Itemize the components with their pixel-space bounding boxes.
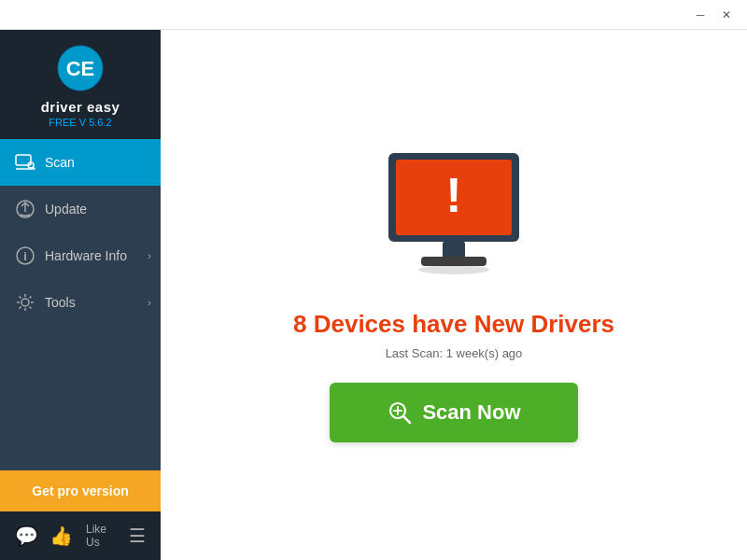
minimize-button[interactable]: ─: [687, 5, 713, 25]
monitor-graphic: !: [379, 148, 529, 287]
like-us-label: Like Us: [86, 523, 118, 549]
sidebar-item-tools-label: Tools: [45, 295, 76, 310]
content-area: ! 8 Devices have New Drivers Last Scan: …: [161, 30, 747, 560]
svg-rect-13: [443, 242, 465, 259]
monitor-svg: !: [379, 148, 529, 284]
alert-heading: 8 Devices have New Drivers: [293, 310, 614, 339]
sidebar-item-update-label: Update: [45, 202, 87, 217]
app-version: FREE V 5.6.2: [49, 117, 111, 128]
sidebar-item-scan-label: Scan: [45, 155, 75, 170]
sidebar-item-tools[interactable]: Tools ›: [0, 279, 161, 326]
scan-now-label: Scan Now: [422, 400, 520, 425]
sidebar-item-hardware-info[interactable]: i Hardware Info ›: [0, 232, 161, 279]
hardware-info-icon: i: [15, 245, 35, 266]
svg-text:CE: CE: [66, 57, 95, 80]
list-icon[interactable]: ☰: [129, 525, 146, 547]
tools-icon: [15, 292, 35, 313]
title-bar: ─ ✕: [0, 0, 747, 30]
scan-now-icon: [387, 399, 413, 426]
scan-icon: [15, 152, 35, 173]
sidebar-item-hardware-info-label: Hardware Info: [45, 248, 127, 263]
like-icon[interactable]: 👍: [49, 525, 73, 547]
hardware-info-chevron-icon: ›: [148, 250, 151, 261]
tools-chevron-icon: ›: [148, 297, 151, 308]
close-button[interactable]: ✕: [713, 5, 740, 25]
main-content: CE driver easy FREE V 5.6.2: [0, 30, 747, 560]
svg-point-15: [418, 265, 489, 274]
sidebar-footer: 💬 👍 Like Us ☰: [0, 511, 161, 560]
svg-line-17: [403, 416, 410, 423]
chat-icon[interactable]: 💬: [15, 525, 38, 547]
svg-text:!: !: [445, 168, 461, 222]
app-logo: CE: [57, 45, 104, 91]
last-scan-text: Last Scan: 1 week(s) ago: [386, 346, 523, 360]
nav-items: Scan Update: [0, 139, 161, 470]
svg-point-9: [21, 299, 29, 306]
scan-now-button[interactable]: Scan Now: [330, 383, 578, 442]
app-name: driver easy: [41, 99, 120, 115]
svg-rect-14: [421, 257, 486, 266]
sidebar-header: CE driver easy FREE V 5.6.2: [0, 30, 161, 139]
sidebar-item-scan[interactable]: Scan: [0, 139, 161, 186]
svg-text:i: i: [23, 249, 27, 263]
get-pro-button[interactable]: Get pro version: [0, 470, 161, 511]
update-icon: [15, 199, 35, 219]
sidebar-item-update[interactable]: Update: [0, 186, 161, 232]
app-window: ─ ✕ CE driver easy FREE V 5.6.2: [0, 0, 747, 560]
sidebar: CE driver easy FREE V 5.6.2: [0, 30, 161, 560]
